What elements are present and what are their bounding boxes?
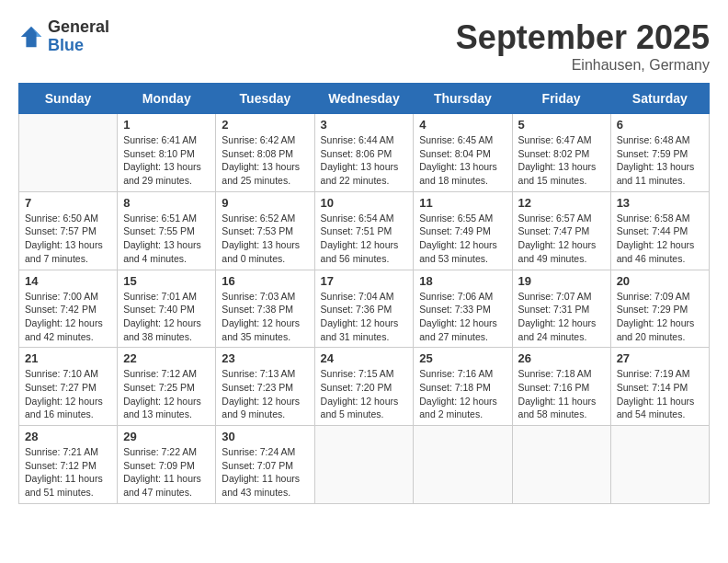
calendar-week-row: 28Sunrise: 7:21 AMSunset: 7:12 PMDayligh… — [19, 426, 710, 504]
calendar-cell: 19Sunrise: 7:07 AMSunset: 7:31 PMDayligh… — [512, 270, 610, 348]
day-number: 18 — [419, 274, 506, 288]
day-number: 19 — [518, 274, 605, 288]
calendar-cell: 13Sunrise: 6:58 AMSunset: 7:44 PMDayligh… — [610, 191, 709, 270]
day-info: Sunrise: 7:00 AMSunset: 7:42 PMDaylight:… — [25, 290, 111, 344]
calendar-cell: 25Sunrise: 7:16 AMSunset: 7:18 PMDayligh… — [414, 348, 512, 426]
calendar-cell: 20Sunrise: 7:09 AMSunset: 7:29 PMDayligh… — [610, 270, 709, 348]
day-info: Sunrise: 6:42 AMSunset: 8:08 PMDaylight:… — [222, 133, 308, 188]
day-number: 9 — [222, 196, 308, 210]
day-info: Sunrise: 7:03 AMSunset: 7:38 PMDaylight:… — [222, 290, 308, 344]
day-number: 26 — [518, 351, 605, 365]
calendar-cell: 16Sunrise: 7:03 AMSunset: 7:38 PMDayligh… — [216, 270, 314, 348]
calendar-cell: 22Sunrise: 7:12 AMSunset: 7:25 PMDayligh… — [118, 348, 216, 426]
day-header-saturday: Saturday — [610, 84, 709, 114]
day-header-wednesday: Wednesday — [314, 84, 414, 114]
day-number: 12 — [518, 196, 605, 210]
calendar-cell: 12Sunrise: 6:57 AMSunset: 7:47 PMDayligh… — [512, 191, 610, 270]
calendar-cell: 23Sunrise: 7:13 AMSunset: 7:23 PMDayligh… — [216, 348, 314, 426]
day-number: 30 — [222, 430, 308, 443]
day-number: 11 — [419, 196, 506, 210]
day-header-sunday: Sunday — [19, 84, 118, 114]
calendar-cell: 3Sunrise: 6:44 AMSunset: 8:06 PMDaylight… — [314, 114, 414, 192]
logo-general-text: General — [48, 18, 109, 37]
day-info: Sunrise: 7:12 AMSunset: 7:25 PMDaylight:… — [123, 367, 210, 421]
logo-icon — [18, 24, 44, 50]
calendar-cell: 5Sunrise: 6:47 AMSunset: 8:02 PMDaylight… — [512, 114, 610, 192]
calendar-cell: 15Sunrise: 7:01 AMSunset: 7:40 PMDayligh… — [118, 270, 216, 348]
day-info: Sunrise: 7:15 AMSunset: 7:20 PMDaylight:… — [321, 367, 408, 421]
day-header-monday: Monday — [118, 84, 216, 114]
day-info: Sunrise: 7:24 AMSunset: 7:07 PMDaylight:… — [222, 445, 308, 500]
day-number: 21 — [25, 351, 111, 365]
calendar-cell: 26Sunrise: 7:18 AMSunset: 7:16 PMDayligh… — [512, 348, 610, 426]
day-info: Sunrise: 7:09 AMSunset: 7:29 PMDaylight:… — [617, 290, 703, 344]
calendar-cell — [314, 426, 414, 504]
calendar-cell: 28Sunrise: 7:21 AMSunset: 7:12 PMDayligh… — [19, 426, 118, 504]
day-number: 13 — [617, 196, 703, 210]
calendar-week-row: 14Sunrise: 7:00 AMSunset: 7:42 PMDayligh… — [19, 270, 710, 348]
day-info: Sunrise: 6:52 AMSunset: 7:53 PMDaylight:… — [222, 212, 308, 266]
day-number: 22 — [123, 351, 210, 365]
calendar-cell: 8Sunrise: 6:51 AMSunset: 7:55 PMDaylight… — [118, 191, 216, 270]
calendar-header-row: SundayMondayTuesdayWednesdayThursdayFrid… — [19, 84, 710, 114]
day-header-thursday: Thursday — [414, 84, 512, 114]
day-number: 25 — [419, 351, 506, 365]
calendar-cell: 17Sunrise: 7:04 AMSunset: 7:36 PMDayligh… — [314, 270, 414, 348]
day-number: 17 — [321, 274, 408, 288]
calendar-cell — [414, 426, 512, 504]
day-info: Sunrise: 6:47 AMSunset: 8:02 PMDaylight:… — [518, 133, 605, 188]
day-info: Sunrise: 6:57 AMSunset: 7:47 PMDaylight:… — [518, 212, 605, 266]
title-block: September 2025 Einhausen, Germany — [456, 18, 710, 74]
calendar-cell: 24Sunrise: 7:15 AMSunset: 7:20 PMDayligh… — [314, 348, 414, 426]
day-number: 6 — [617, 118, 703, 132]
calendar-cell — [512, 426, 610, 504]
day-number: 16 — [222, 274, 308, 288]
day-info: Sunrise: 6:58 AMSunset: 7:44 PMDaylight:… — [617, 212, 703, 266]
calendar-cell: 10Sunrise: 6:54 AMSunset: 7:51 PMDayligh… — [314, 191, 414, 270]
day-number: 29 — [123, 430, 210, 443]
day-info: Sunrise: 7:07 AMSunset: 7:31 PMDaylight:… — [518, 290, 605, 344]
day-number: 15 — [123, 274, 210, 288]
calendar-cell: 9Sunrise: 6:52 AMSunset: 7:53 PMDaylight… — [216, 191, 314, 270]
day-info: Sunrise: 7:10 AMSunset: 7:27 PMDaylight:… — [25, 367, 111, 421]
day-info: Sunrise: 7:04 AMSunset: 7:36 PMDaylight:… — [321, 290, 408, 344]
day-number: 4 — [419, 118, 506, 132]
day-info: Sunrise: 7:13 AMSunset: 7:23 PMDaylight:… — [222, 367, 308, 421]
day-number: 23 — [222, 351, 308, 365]
day-info: Sunrise: 6:51 AMSunset: 7:55 PMDaylight:… — [123, 212, 210, 266]
calendar-cell: 30Sunrise: 7:24 AMSunset: 7:07 PMDayligh… — [216, 426, 314, 504]
day-info: Sunrise: 7:01 AMSunset: 7:40 PMDaylight:… — [123, 290, 210, 344]
day-info: Sunrise: 7:18 AMSunset: 7:16 PMDaylight:… — [518, 367, 605, 421]
day-info: Sunrise: 7:16 AMSunset: 7:18 PMDaylight:… — [419, 367, 506, 421]
day-header-friday: Friday — [512, 84, 610, 114]
calendar-cell: 4Sunrise: 6:45 AMSunset: 8:04 PMDaylight… — [414, 114, 512, 192]
day-number: 3 — [321, 118, 408, 132]
page-header: General Blue September 2025 Einhausen, G… — [18, 18, 710, 74]
day-number: 10 — [321, 196, 408, 210]
day-info: Sunrise: 7:21 AMSunset: 7:12 PMDaylight:… — [25, 445, 111, 500]
day-info: Sunrise: 6:55 AMSunset: 7:49 PMDaylight:… — [419, 212, 506, 266]
day-number: 28 — [25, 430, 111, 443]
calendar-cell: 18Sunrise: 7:06 AMSunset: 7:33 PMDayligh… — [414, 270, 512, 348]
day-info: Sunrise: 7:06 AMSunset: 7:33 PMDaylight:… — [419, 290, 506, 344]
calendar-cell: 27Sunrise: 7:19 AMSunset: 7:14 PMDayligh… — [610, 348, 709, 426]
day-info: Sunrise: 6:50 AMSunset: 7:57 PMDaylight:… — [25, 212, 111, 266]
logo-blue-text: Blue — [48, 37, 109, 55]
day-info: Sunrise: 6:45 AMSunset: 8:04 PMDaylight:… — [419, 133, 506, 188]
logo: General Blue — [18, 18, 109, 55]
calendar-cell: 6Sunrise: 6:48 AMSunset: 7:59 PMDaylight… — [610, 114, 709, 192]
calendar-cell: 14Sunrise: 7:00 AMSunset: 7:42 PMDayligh… — [19, 270, 118, 348]
day-number: 14 — [25, 274, 111, 288]
day-number: 2 — [222, 118, 308, 132]
calendar-cell: 29Sunrise: 7:22 AMSunset: 7:09 PMDayligh… — [118, 426, 216, 504]
calendar-cell: 11Sunrise: 6:55 AMSunset: 7:49 PMDayligh… — [414, 191, 512, 270]
day-number: 5 — [518, 118, 605, 132]
location-title: Einhausen, Germany — [456, 57, 710, 74]
day-number: 27 — [617, 351, 703, 365]
calendar-cell — [610, 426, 709, 504]
day-info: Sunrise: 6:41 AMSunset: 8:10 PMDaylight:… — [123, 133, 210, 188]
calendar-table: SundayMondayTuesdayWednesdayThursdayFrid… — [18, 83, 710, 504]
month-title: September 2025 — [456, 18, 710, 57]
day-info: Sunrise: 7:19 AMSunset: 7:14 PMDaylight:… — [617, 367, 703, 421]
day-info: Sunrise: 6:54 AMSunset: 7:51 PMDaylight:… — [321, 212, 408, 266]
